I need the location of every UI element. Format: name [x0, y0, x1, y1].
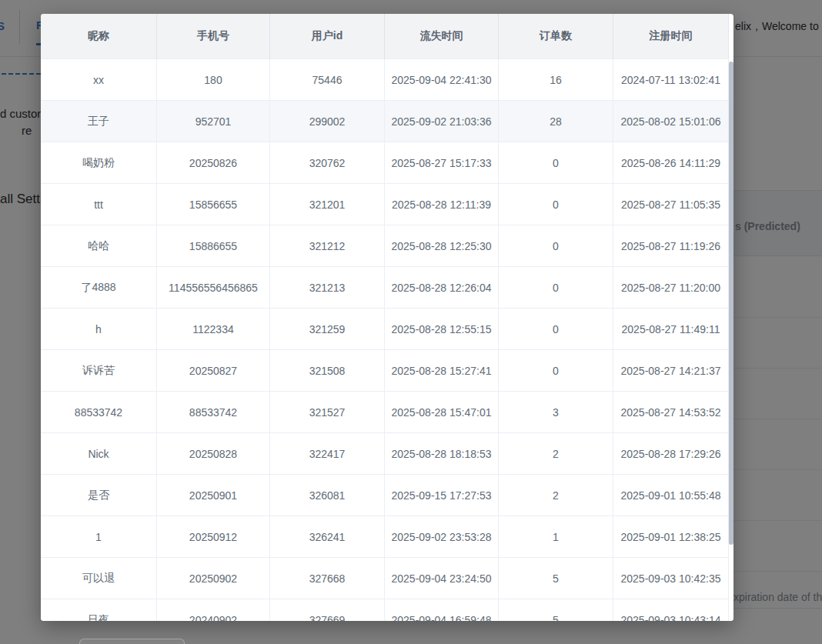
table-row[interactable]: 可以退 20250902 327668 2025-09-04 23:24:50 … [41, 558, 729, 599]
cell-phone: 20250827 [157, 350, 270, 392]
cell-user_id: 321527 [270, 392, 385, 433]
cell-phone: 1122334 [157, 309, 270, 350]
column-header-register-time: 注册时间 [613, 14, 729, 59]
cell-nickname: 王子 [41, 101, 157, 142]
cell-nickname: 88533742 [41, 392, 157, 433]
cell-register_time: 2025-08-27 14:21:37 [613, 350, 729, 392]
cell-nickname: 可以退 [41, 558, 157, 599]
cell-churn_time: 2025-09-02 23:53:28 [385, 516, 499, 558]
cell-churn_time: 2025-08-28 18:18:53 [385, 433, 499, 475]
cell-orders: 0 [499, 184, 613, 225]
cell-churn_time: 2025-08-28 15:27:41 [385, 350, 499, 392]
column-header-phone: 手机号 [157, 14, 270, 59]
table-scrollbar-track[interactable] [729, 59, 733, 621]
table-row[interactable]: h 1122334 321259 2025-08-28 12:55:15 0 2… [41, 309, 729, 350]
cell-nickname: 诉诉苦 [41, 350, 157, 392]
cell-churn_time: 2025-09-04 23:24:50 [385, 558, 499, 599]
cell-nickname: 哈哈 [41, 225, 157, 267]
table-row[interactable]: 了4888 114556556456865 321213 2025-08-28 … [41, 267, 729, 309]
table-body: xx 180 75446 2025-09-04 22:41:30 16 2024… [41, 59, 733, 621]
cell-churn_time: 2025-08-28 12:25:30 [385, 225, 499, 267]
cell-register_time: 2024-07-11 13:02:41 [613, 59, 729, 101]
cell-register_time: 2025-08-27 11:05:35 [613, 184, 729, 225]
cell-user_id: 321259 [270, 309, 385, 350]
table-header-row: 昵称 手机号 用户id 流失时间 订单数 注册时间 [41, 14, 729, 59]
cell-orders: 3 [499, 392, 613, 433]
cell-phone: 15856655 [157, 184, 270, 225]
cell-orders: 1 [499, 516, 613, 558]
table-scrollbar-thumb[interactable] [729, 62, 733, 545]
cell-orders: 0 [499, 350, 613, 392]
cell-orders: 5 [499, 599, 613, 621]
cell-user_id: 321201 [270, 184, 385, 225]
cell-orders: 0 [499, 267, 613, 309]
cell-user_id: 326241 [270, 516, 385, 558]
screen: S F elix，Welcome to ou d custor re all S… [0, 0, 822, 644]
cell-nickname: xx [41, 59, 157, 101]
column-header-churn-time: 流失时间 [385, 14, 499, 59]
cell-register_time: 2025-09-01 12:38:25 [613, 516, 729, 558]
cell-churn_time: 2025-08-28 15:47:01 [385, 392, 499, 433]
cell-phone: 20250828 [157, 433, 270, 475]
cell-phone: 20240902 [157, 599, 270, 621]
background-button[interactable] [79, 639, 185, 644]
cell-nickname: 了4888 [41, 267, 157, 309]
cell-orders: 2 [499, 433, 613, 475]
cell-nickname: h [41, 309, 157, 350]
cell-churn_time: 2025-08-27 15:17:33 [385, 142, 499, 184]
table-row[interactable]: 诉诉苦 20250827 321508 2025-08-28 15:27:41 … [41, 350, 729, 392]
cell-nickname: 日夜 [41, 599, 157, 621]
cell-churn_time: 2025-08-28 12:55:15 [385, 309, 499, 350]
cell-churn_time: 2025-09-04 16:59:48 [385, 599, 499, 621]
cell-register_time: 2025-08-26 14:11:29 [613, 142, 729, 184]
cell-phone: 20250912 [157, 516, 270, 558]
cell-user_id: 320762 [270, 142, 385, 184]
cell-register_time: 2025-08-28 17:29:26 [613, 433, 729, 475]
cell-churn_time: 2025-09-02 21:03:36 [385, 101, 499, 142]
cell-orders: 0 [499, 309, 613, 350]
cell-user_id: 326081 [270, 475, 385, 516]
cell-phone: 20250901 [157, 475, 270, 516]
cell-user_id: 299002 [270, 101, 385, 142]
cell-register_time: 2025-08-27 11:49:11 [613, 309, 729, 350]
column-header-user-id: 用户id [270, 14, 385, 59]
cell-user_id: 321213 [270, 267, 385, 309]
cell-nickname: 是否 [41, 475, 157, 516]
cell-orders: 0 [499, 142, 613, 184]
cell-user_id: 321508 [270, 350, 385, 392]
column-header-nickname: 昵称 [41, 14, 157, 59]
cell-phone: 114556556456865 [157, 267, 270, 309]
cell-orders: 2 [499, 475, 613, 516]
table-row[interactable]: 哈哈 15886655 321212 2025-08-28 12:25:30 0… [41, 225, 729, 267]
cell-user_id: 327669 [270, 599, 385, 621]
cell-register_time: 2025-08-27 14:53:52 [613, 392, 729, 433]
cell-churn_time: 2025-08-28 12:26:04 [385, 267, 499, 309]
table-row[interactable]: 日夜 20240902 327669 2025-09-04 16:59:48 5… [41, 599, 729, 621]
cell-phone: 20250826 [157, 142, 270, 184]
table-row[interactable]: 王子 952701 299002 2025-09-02 21:03:36 28 … [41, 101, 729, 142]
cell-register_time: 2025-08-27 11:19:26 [613, 225, 729, 267]
cell-register_time: 2025-08-27 11:20:00 [613, 267, 729, 309]
cell-orders: 5 [499, 558, 613, 599]
table-row[interactable]: 1 20250912 326241 2025-09-02 23:53:28 1 … [41, 516, 729, 558]
cell-phone: 20250902 [157, 558, 270, 599]
cell-orders: 28 [499, 101, 613, 142]
cell-nickname: Nick [41, 433, 157, 475]
cell-orders: 0 [499, 225, 613, 267]
cell-churn_time: 2025-09-15 17:27:53 [385, 475, 499, 516]
table-row[interactable]: Nick 20250828 322417 2025-08-28 18:18:53… [41, 433, 729, 475]
cell-register_time: 2025-09-03 10:43:14 [613, 599, 729, 621]
cell-phone: 952701 [157, 101, 270, 142]
cell-nickname: 喝奶粉 [41, 142, 157, 184]
table-row[interactable]: ttt 15856655 321201 2025-08-28 12:11:39 … [41, 184, 729, 225]
cell-register_time: 2025-09-03 10:42:35 [613, 558, 729, 599]
cell-nickname: 1 [41, 516, 157, 558]
table-row[interactable]: xx 180 75446 2025-09-04 22:41:30 16 2024… [41, 59, 729, 101]
table-row[interactable]: 喝奶粉 20250826 320762 2025-08-27 15:17:33 … [41, 142, 729, 184]
cell-user_id: 321212 [270, 225, 385, 267]
column-header-orders: 订单数 [499, 14, 613, 59]
cell-register_time: 2025-09-01 10:55:48 [613, 475, 729, 516]
table-row[interactable]: 是否 20250901 326081 2025-09-15 17:27:53 2… [41, 475, 729, 516]
table-row[interactable]: 88533742 88533742 321527 2025-08-28 15:4… [41, 392, 729, 433]
cell-phone: 88533742 [157, 392, 270, 433]
